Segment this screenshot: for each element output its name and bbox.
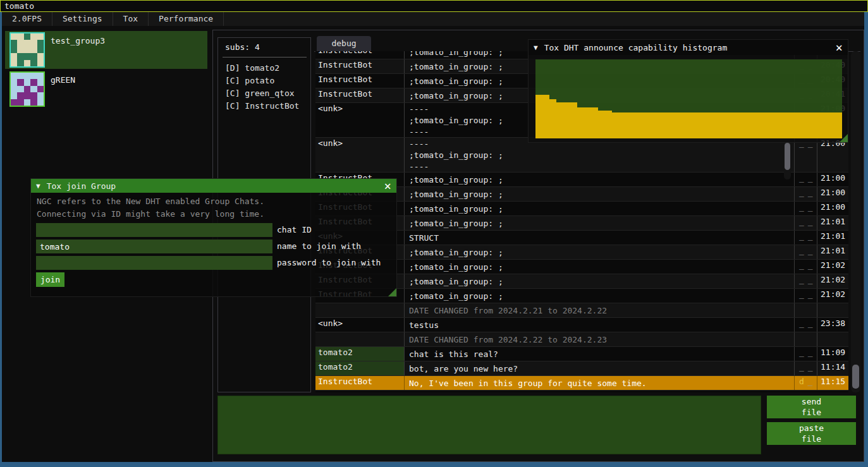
message-timestamp: 11:14 (817, 361, 848, 375)
message-text: ;tomato_in_group: ; (404, 202, 794, 215)
menu-item-settings[interactable]: Settings (52, 12, 113, 26)
avatar-identicon (11, 33, 44, 66)
message-status-flags: __ (794, 216, 817, 230)
menu-item-2-0fps[interactable]: 2.0FPS (2, 12, 52, 26)
message-author (315, 303, 404, 317)
message-status-flags: __ (794, 347, 817, 361)
histogram-window-title: Tox DHT announce capability histogram (544, 43, 836, 52)
histogram-bar (751, 112, 758, 138)
message-timestamp: 21:01 (817, 245, 848, 259)
join-window-titlebar[interactable]: ▼ Tox join Group × (31, 179, 396, 193)
chat-message-row: InstructBotNo, I've been in this group f… (315, 376, 848, 391)
histogram-bar (591, 107, 598, 138)
collapse-triangle-icon[interactable]: ▼ (534, 44, 538, 52)
member-row-tomato2[interactable]: [D] tomato2 (225, 62, 308, 75)
menu-item-performance[interactable]: Performance (149, 12, 224, 26)
collapse-triangle-icon[interactable]: ▼ (36, 182, 40, 190)
group-name-label: gREEN (51, 75, 75, 85)
status-flag: _ (799, 217, 804, 226)
histogram-bar (702, 112, 709, 138)
member-row-potato[interactable]: [C] potato (225, 75, 308, 87)
status-flag: _ (808, 202, 813, 212)
message-timestamp (817, 303, 848, 317)
menu-item-tox[interactable]: Tox (113, 12, 149, 26)
histogram-bar (584, 107, 591, 138)
message-text: No, I've been in this group for quite so… (404, 376, 794, 390)
tab-debug[interactable]: debug (317, 36, 371, 51)
join-name-field[interactable] (36, 240, 272, 253)
histogram-bar (556, 102, 563, 139)
histogram-bar (647, 112, 654, 138)
message-status-flags: __ (794, 138, 817, 172)
message-status-flags: __ (794, 187, 817, 201)
histogram-bar (814, 112, 821, 138)
histogram-bar (744, 112, 751, 138)
histogram-bar (786, 112, 793, 138)
histogram-window-titlebar[interactable]: ▼ Tox DHT announce capability histogram … (529, 40, 848, 55)
histogram-bar (759, 112, 766, 138)
resize-grip-icon[interactable] (388, 288, 396, 296)
message-status-flags: __ (794, 231, 817, 245)
message-input[interactable] (217, 396, 761, 454)
message-author: <unk> (315, 138, 404, 172)
message-text: ;tomato_in_group: ; (404, 274, 794, 288)
chat-id-field[interactable] (36, 223, 272, 237)
join-button[interactable]: join (36, 272, 64, 287)
histogram-bar (773, 112, 779, 138)
join-info-line-1: NGC refers to the New DHT enabled Group … (37, 197, 264, 206)
message-author: InstructBot (315, 376, 404, 390)
message-status-flags: __ (794, 260, 817, 274)
member-row-green_qtox[interactable]: [C] green_qtox (225, 87, 308, 100)
histogram-bar (800, 112, 807, 138)
histogram-bar (723, 112, 730, 138)
message-status-flags: __ (794, 318, 817, 332)
status-flag: _ (808, 318, 813, 328)
join-name-label: name to join with (277, 240, 361, 253)
message-author (315, 332, 404, 346)
join-password-label: password to join with (277, 256, 381, 270)
chat-scrollbar-thumb[interactable] (852, 365, 859, 389)
message-author: InstructBot (315, 59, 404, 73)
histogram-bar (633, 112, 640, 138)
message-author: tomato2 (315, 361, 404, 375)
group-name-label: test_group3 (51, 36, 105, 45)
status-flag: _ (799, 231, 804, 241)
status-flag: _ (808, 173, 813, 183)
app-window: tomato 2.0FPSSettingsToxPerformance test… (0, 0, 868, 467)
close-icon[interactable]: × (384, 180, 391, 192)
sidebar-item-test_group3[interactable]: test_group3 (5, 31, 207, 69)
histogram-bar (563, 102, 570, 139)
send-file-button[interactable]: send file (767, 396, 856, 418)
chat-message-row: <unk>---- ;tomato_in_group: ; ----__21:0… (315, 138, 848, 173)
histogram-bar (640, 112, 647, 138)
histogram-bar (661, 112, 668, 138)
message-timestamp: 21:00 (817, 187, 848, 201)
message-status-flags (794, 332, 817, 346)
histogram-bar (549, 99, 556, 139)
status-flag: _ (808, 217, 813, 226)
status-flag: _ (808, 289, 813, 299)
message-text: ;tomato_in_group: ; (404, 216, 794, 230)
window-titlebar[interactable]: tomato (0, 0, 868, 12)
join-window-title: Tox join Group (47, 181, 384, 191)
status-flag: _ (799, 202, 804, 212)
paste-file-button[interactable]: paste file (767, 422, 856, 445)
message-author: tomato2 (315, 347, 404, 361)
status-flag: _ (799, 275, 804, 284)
close-icon[interactable]: × (836, 42, 843, 54)
member-row-instructbot[interactable]: [C] InstructBot (225, 100, 308, 112)
message-text: DATE CHANGED from 2024.2.22 to 2024.2.23 (404, 332, 794, 346)
inner-scrollbar-track[interactable] (784, 142, 791, 179)
window-title: tomato (4, 1, 34, 11)
sidebar-item-green[interactable]: gREEN (5, 70, 207, 108)
message-status-flags: __ (794, 202, 817, 215)
message-text: ---- ;tomato_in_group: ; ---- (404, 138, 794, 172)
status-flag: _ (808, 246, 813, 255)
join-password-field[interactable] (36, 256, 272, 270)
resize-grip-icon[interactable] (840, 134, 848, 142)
histogram-plot (535, 59, 842, 138)
status-flag: _ (799, 173, 804, 183)
chat-scrollbar-track[interactable] (851, 51, 860, 392)
inner-scrollbar-thumb[interactable] (785, 143, 790, 170)
histogram-bar (598, 111, 605, 138)
